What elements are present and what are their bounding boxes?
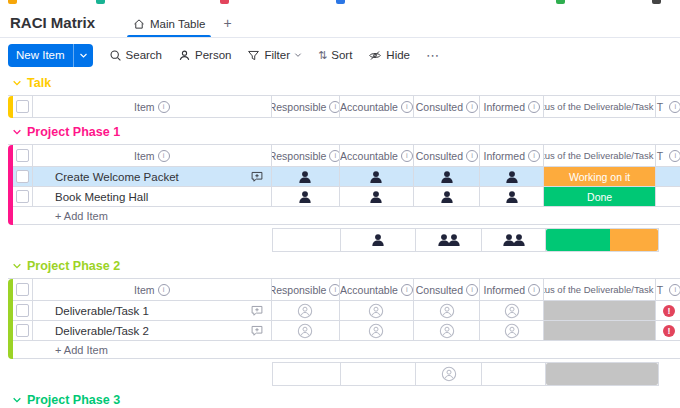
table-row[interactable]: Book Meeting Hall Done	[13, 187, 680, 207]
person-filter-button[interactable]: Person	[178, 49, 231, 62]
row-checkbox[interactable]	[13, 301, 33, 320]
responsible-cell[interactable]	[272, 167, 340, 186]
sort-button[interactable]: ⇅ Sort	[318, 49, 352, 62]
consulted-cell[interactable]	[414, 187, 480, 206]
informed-cell[interactable]	[480, 301, 544, 320]
informed-cell[interactable]	[480, 321, 544, 340]
group-phase-1: Project Phase 1 Item Responsible Account…	[0, 124, 680, 252]
add-item-row[interactable]: + Add Item	[13, 207, 680, 225]
group-title-phase-2[interactable]: Project Phase 2	[12, 258, 680, 274]
person-avatar-icon	[297, 189, 313, 205]
info-icon	[329, 101, 339, 113]
chevron-down-icon[interactable]	[74, 51, 93, 60]
row-checkbox[interactable]	[13, 321, 33, 340]
informed-cell[interactable]	[480, 187, 544, 206]
column-header-truncated[interactable]: T	[656, 279, 680, 300]
add-item-button[interactable]: + Add Item	[13, 207, 680, 224]
add-item-button[interactable]: + Add Item	[13, 341, 680, 358]
group-title-phase-1[interactable]: Project Phase 1	[12, 124, 680, 140]
consulted-summary-cell	[416, 229, 482, 251]
column-header-accountable[interactable]: Accountable	[340, 145, 415, 166]
more-options-button[interactable]: ⋯	[426, 48, 440, 63]
column-header-accountable[interactable]: Accountable	[340, 96, 415, 117]
column-header-informed[interactable]: Informed	[480, 279, 544, 300]
select-all-checkbox[interactable]	[13, 145, 33, 166]
table-row[interactable]: Deliverable/Task 1	[13, 301, 680, 321]
item-name-cell[interactable]: Book Meeting Hall	[33, 187, 272, 206]
row-checkbox[interactable]	[13, 167, 33, 186]
group-phase-3: Project Phase 3	[0, 392, 680, 408]
consulted-cell[interactable]	[414, 321, 480, 340]
accountable-cell[interactable]	[340, 321, 415, 340]
column-header-responsible[interactable]: Responsible	[272, 96, 340, 117]
info-icon	[158, 101, 170, 113]
column-header-accountable[interactable]: Accountable	[340, 279, 415, 300]
consulted-cell[interactable]	[414, 301, 480, 320]
status-distribution-bar	[546, 363, 658, 385]
accountable-cell[interactable]	[340, 301, 415, 320]
search-button[interactable]: Search	[109, 49, 162, 62]
responsible-cell[interactable]	[272, 187, 340, 206]
column-header-status[interactable]: Status of the Deliverable/Task	[544, 96, 656, 117]
add-view-button[interactable]: +	[215, 15, 239, 37]
add-item-row[interactable]: + Add Item	[13, 341, 680, 359]
accountable-cell[interactable]	[340, 187, 415, 206]
consulted-cell[interactable]	[414, 167, 480, 186]
status-cell[interactable]	[544, 321, 656, 340]
column-header-truncated[interactable]: T	[656, 96, 680, 117]
item-name-cell[interactable]: Deliverable/Task 1	[33, 301, 272, 320]
chevron-down-icon[interactable]	[12, 261, 22, 271]
alert-icon[interactable]	[663, 305, 675, 317]
column-header-item[interactable]: Item	[33, 279, 272, 300]
column-header-status[interactable]: Status of the Deliverable/Task	[544, 279, 656, 300]
favicon-dot	[96, 0, 105, 4]
add-update-bubble-icon[interactable]	[250, 304, 264, 318]
chevron-down-icon[interactable]	[12, 127, 22, 137]
column-header-consulted[interactable]: Consulted	[414, 279, 480, 300]
empty-person-avatar-icon	[504, 323, 520, 339]
group-title-talk[interactable]: Talk	[12, 75, 680, 91]
add-update-bubble-icon[interactable]	[250, 170, 264, 184]
filter-button[interactable]: Filter	[247, 49, 302, 62]
status-cell[interactable]: Working on it	[544, 167, 656, 186]
column-header-responsible[interactable]: Responsible	[272, 279, 340, 300]
person-avatar-icon	[368, 189, 384, 205]
extra-cell	[656, 321, 680, 340]
column-header-consulted[interactable]: Consulted	[414, 96, 480, 117]
group-title-phase-3[interactable]: Project Phase 3	[12, 392, 680, 408]
hide-label: Hide	[386, 49, 410, 61]
column-header-truncated[interactable]: T	[656, 145, 680, 166]
status-cell[interactable]: Done	[544, 187, 656, 206]
chevron-down-icon[interactable]	[12, 78, 22, 88]
battery-segment	[610, 229, 658, 251]
row-checkbox[interactable]	[13, 187, 33, 206]
add-update-bubble-icon[interactable]	[250, 324, 264, 338]
table-row[interactable]: Deliverable/Task 2	[13, 321, 680, 341]
column-header-status[interactable]: Status of the Deliverable/Task	[544, 145, 656, 166]
column-header-item[interactable]: Item	[33, 96, 272, 117]
empty-person-avatar-icon	[441, 366, 457, 382]
status-cell[interactable]	[544, 301, 656, 320]
info-icon	[401, 150, 413, 162]
column-header-consulted[interactable]: Consulted	[414, 145, 480, 166]
responsible-cell[interactable]	[272, 301, 340, 320]
item-name-cell[interactable]: Deliverable/Task 2	[33, 321, 272, 340]
new-item-button[interactable]: New Item	[8, 44, 93, 67]
info-icon	[329, 284, 339, 296]
column-header-informed[interactable]: Informed	[480, 145, 544, 166]
select-all-checkbox[interactable]	[13, 96, 33, 117]
tab-main-table[interactable]: Main Table	[123, 18, 215, 37]
column-header-informed[interactable]: Informed	[480, 96, 544, 117]
group-table-phase-1: Item Responsible Accountable Consulted I…	[8, 144, 680, 225]
item-name-cell[interactable]: Create Welcome Packet	[33, 167, 272, 186]
alert-icon[interactable]	[663, 325, 675, 337]
column-header-responsible[interactable]: Responsible	[272, 145, 340, 166]
responsible-cell[interactable]	[272, 321, 340, 340]
chevron-down-icon[interactable]	[12, 395, 22, 405]
accountable-cell[interactable]	[340, 167, 415, 186]
informed-cell[interactable]	[480, 167, 544, 186]
table-row[interactable]: Create Welcome Packet Working on it	[13, 167, 680, 187]
column-header-item[interactable]: Item	[33, 145, 272, 166]
select-all-checkbox[interactable]	[13, 279, 33, 300]
hide-button[interactable]: Hide	[368, 49, 410, 62]
